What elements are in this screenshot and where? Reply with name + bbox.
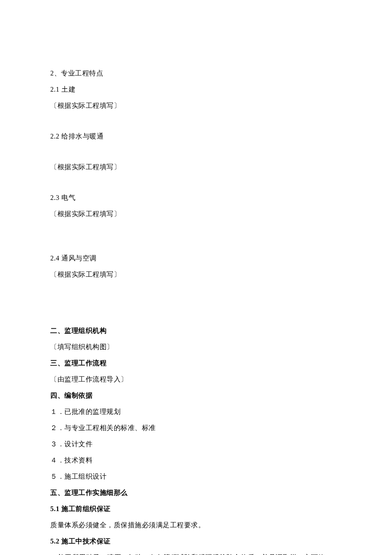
section-2-3-note: 〔根据实际工程填写〕 <box>50 209 342 219</box>
section-2-title: 2、专业工程特点 <box>50 68 342 78</box>
list-4-item-3: ３．设计文件 <box>50 439 342 449</box>
heading-5: 五、监理工作实施细那么 <box>50 488 342 498</box>
section-5-1-heading: 5.1 施工前组织保证 <box>50 504 342 514</box>
list-4-item-5: ５．施工组织设计 <box>50 471 342 482</box>
section-5-1-text: 质量体系必须健全，质保措施必须满足工程要求。 <box>50 520 342 530</box>
section-2-1-heading: 2.1 土建 <box>50 84 342 95</box>
section-2-3-heading: 2.3 电气 <box>50 193 342 203</box>
note-2: 〔填写组织机构图〕 <box>50 342 342 352</box>
section-2-4-heading: 2.4 通风与空调 <box>50 253 342 263</box>
heading-2: 二、监理组织机构 <box>50 326 342 336</box>
section-2-4-note: 〔根据实际工程填写〕 <box>50 269 342 280</box>
section-2-2-heading: 2.2 给排水与暖通 <box>50 131 342 142</box>
heading-4: 四、编制依据 <box>50 390 342 401</box>
section-5-2-item-1: 1. 施工所用砂子、碎石、红砖、白灰等须试验和经现场检验合格后，并见证取样，方可… <box>50 552 342 555</box>
list-4-item-2: ２．与专业工程相关的标准、标准 <box>50 423 342 433</box>
section-5-2-heading: 5.2 施工中技术保证 <box>50 536 342 546</box>
heading-3: 三、监理工作流程 <box>50 358 342 368</box>
note-3: 〔由监理工作流程导入〕 <box>50 374 342 384</box>
section-2-1-note: 〔根据实际工程填写〕 <box>50 101 342 111</box>
list-4-item-1: １．已批准的监理规划 <box>50 407 342 417</box>
list-4-item-4: ４．技术资料 <box>50 455 342 465</box>
section-2-2-note: 〔根据实际工程填写〕 <box>50 162 342 172</box>
